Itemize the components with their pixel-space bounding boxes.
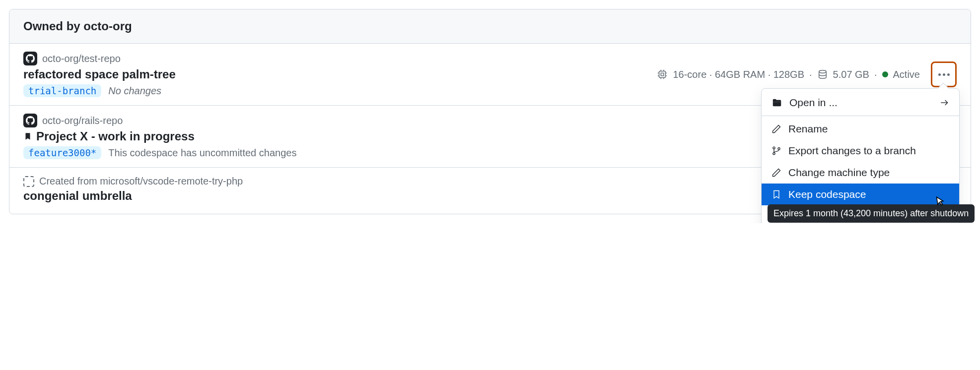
cpu-icon: [657, 69, 668, 80]
changes-status: No changes: [108, 85, 161, 97]
svg-point-10: [819, 70, 826, 73]
svg-rect-1: [661, 73, 664, 76]
status-dot-icon: [882, 71, 888, 77]
pencil-icon: [771, 168, 781, 178]
menu-label: Open in ...: [789, 97, 838, 109]
codespaces-panel: Owned by octo-org octo-org/test-repo ref…: [9, 9, 971, 214]
menu-label: Rename: [788, 123, 828, 135]
separator-dot: ·: [874, 69, 877, 80]
folder-open-icon: [771, 97, 782, 108]
created-from-text: Created from microsoft/vscode-remote-try…: [39, 176, 243, 187]
menu-label: Change machine type: [788, 167, 890, 179]
codespace-name-text: Project X - work in progress: [36, 129, 195, 143]
codespace-row: octo-org/test-repo refactored space palm…: [9, 44, 971, 106]
menu-keep-codespace[interactable]: Keep codespace Expires 1 month (43,200 m…: [762, 184, 959, 205]
menu-open-in[interactable]: Open in ...: [762, 92, 959, 116]
pencil-icon: [771, 124, 781, 134]
menu-change-machine[interactable]: Change machine type: [762, 162, 959, 184]
bookmark-icon: [771, 189, 781, 199]
database-icon: [817, 69, 828, 80]
menu-export-branch[interactable]: Export changes to a branch: [762, 140, 959, 162]
repo-link[interactable]: octo-org/rails-repo: [42, 115, 123, 126]
disk-size: 5.07 GB: [833, 69, 869, 80]
branch-chip[interactable]: trial-branch: [23, 84, 101, 97]
menu-label: Keep codespace: [788, 188, 866, 200]
branch-chip[interactable]: feature3000*: [23, 146, 101, 159]
codespace-name[interactable]: congenial umbrella: [23, 189, 818, 203]
arrow-right-icon: [939, 98, 949, 108]
specs-text: 16-core · 64GB RAM · 128GB: [673, 69, 804, 80]
changes-status: This codespace has uncommitted changes: [108, 147, 296, 159]
template-icon: [23, 176, 34, 187]
menu-rename[interactable]: Rename: [762, 118, 959, 140]
separator-dot: ·: [809, 69, 812, 80]
tooltip: Expires 1 month (43,200 minutes) after s…: [768, 204, 975, 223]
codespace-name[interactable]: refactored space palm-tree: [23, 67, 657, 81]
svg-point-12: [773, 147, 775, 149]
repo-link[interactable]: octo-org/test-repo: [42, 53, 121, 64]
git-branch-icon: [771, 146, 781, 156]
bookmark-fill-icon: [23, 131, 32, 142]
svg-point-13: [773, 153, 775, 155]
state-text: Active: [893, 69, 920, 80]
svg-rect-0: [659, 71, 666, 78]
menu-label: Export changes to a branch: [788, 145, 916, 157]
svg-point-14: [778, 148, 780, 150]
panel-header: Owned by octo-org: [9, 9, 971, 44]
codespace-name[interactable]: Project X - work in progress: [23, 129, 813, 143]
github-icon: [23, 52, 37, 65]
github-icon: [23, 114, 37, 127]
kebab-dropdown: Open in ... Rename Export changes to a b…: [761, 88, 960, 223]
